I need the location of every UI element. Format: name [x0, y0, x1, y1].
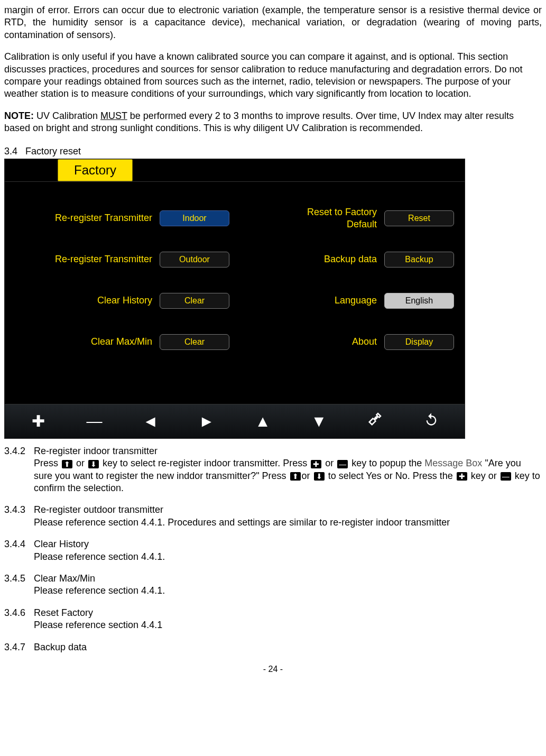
arrow-up-icon: ⬆	[290, 472, 301, 481]
section-title-text: Factory reset	[25, 146, 81, 156]
sub-num-342: 3.4.2	[4, 445, 34, 457]
row-about: About Display	[240, 321, 454, 363]
note-must: MUST	[100, 110, 127, 121]
note-label: NOTE:	[4, 110, 34, 121]
note-paragraph: NOTE: UV Calibration MUST be performed e…	[4, 110, 542, 135]
row-clear-history: Clear History Clear	[15, 280, 229, 321]
factory-left-column: Re-register Transmitter Indoor Re-regist…	[15, 198, 229, 388]
label-clear-history: Clear History	[97, 294, 152, 307]
sub-num-345: 3.4.5	[4, 573, 34, 585]
factory-tab[interactable]: Factory	[58, 159, 133, 181]
minus-icon: —	[501, 472, 511, 481]
label-backup: Backup data	[324, 253, 377, 265]
sub-title-342: Re-register indoor transmitter	[34, 446, 158, 456]
section-3-4-3: 3.4.3Re-register outdoor transmitter Ple…	[4, 504, 542, 529]
page-number: - 24 -	[4, 664, 542, 675]
t342-5: key to popup the	[349, 458, 424, 468]
section-3-4-heading: 3.4 Factory reset	[4, 145, 542, 158]
sub-num-347: 3.4.7	[4, 641, 34, 653]
label-language: Language	[335, 294, 377, 307]
arrow-up-icon[interactable]: ▲	[255, 411, 271, 431]
label-reset-factory: Reset to Factory Default	[307, 206, 377, 231]
button-clear-maxmin[interactable]: Clear	[160, 334, 229, 350]
t342-4: or	[322, 458, 336, 468]
sub-body-343: Please reference section 4.4.1. Procedur…	[34, 517, 542, 529]
sub-body-346: Please reference section 4.4.1	[34, 619, 542, 631]
arrow-left-icon[interactable]: ◄	[143, 411, 159, 431]
arrow-down-icon: ⬇	[314, 472, 325, 481]
wrench-icon[interactable]	[367, 411, 383, 431]
intro-p1: margin of error. Errors can occur due to…	[4, 4, 542, 41]
button-indoor[interactable]: Indoor	[160, 210, 229, 226]
section-3-4-5: 3.4.5Clear Max/Min Please reference sect…	[4, 573, 542, 597]
row-reregister-indoor: Re-register Transmitter Indoor	[15, 198, 229, 239]
row-clear-maxmin: Clear Max/Min Clear	[15, 321, 229, 363]
label-clear-maxmin: Clear Max/Min	[91, 336, 152, 348]
sub-body-344: Please reference section 4.4.1.	[34, 551, 542, 563]
message-box-label: Message Box	[424, 458, 482, 468]
section-3-4-4: 3.4.4Clear History Please reference sect…	[4, 538, 542, 563]
factory-right-column: Reset to Factory Default Reset Backup da…	[240, 198, 454, 388]
sub-body-342: Press ⬆ or ⬇ key to select re-register i…	[34, 457, 542, 494]
undo-icon[interactable]	[423, 411, 439, 431]
arrow-down-icon[interactable]: ▼	[311, 411, 327, 431]
factory-footer: ✚ — ◄ ► ▲ ▼	[5, 404, 465, 438]
sub-num-344: 3.4.4	[4, 538, 34, 550]
button-outdoor[interactable]: Outdoor	[160, 252, 229, 268]
sub-body-345: Please reference section 4.4.1.	[34, 585, 542, 597]
sub-title-345: Clear Max/Min	[34, 573, 95, 584]
sub-title-343: Re-register outdoor transmitter	[34, 504, 163, 515]
sub-num-343: 3.4.3	[4, 504, 34, 516]
arrow-up-icon: ⬆	[62, 460, 72, 468]
button-clear-history[interactable]: Clear	[160, 293, 229, 309]
label-reregister-outdoor: Re-register Transmitter	[55, 253, 152, 265]
section-num: 3.4	[4, 146, 17, 156]
button-about[interactable]: Display	[384, 334, 454, 350]
section-3-4-2: 3.4.2Re-register indoor transmitter Pres…	[4, 445, 542, 495]
plus-icon[interactable]: ✚	[30, 411, 46, 431]
factory-screen: Factory Re-register Transmitter Indoor R…	[4, 159, 465, 439]
section-3-4-7: 3.4.7Backup data	[4, 641, 542, 653]
sub-title-347: Backup data	[34, 642, 87, 652]
button-reset[interactable]: Reset	[384, 210, 454, 226]
arrow-down-icon: ⬇	[88, 460, 99, 468]
row-reset-factory: Reset to Factory Default Reset	[240, 198, 454, 239]
minus-icon[interactable]: —	[86, 411, 102, 431]
t342-7: or	[302, 471, 313, 481]
t342-9: key or	[468, 471, 499, 481]
t342-3: key to select re-register indoor transmi…	[100, 458, 310, 468]
plus-icon: ✚	[311, 460, 321, 468]
factory-header: Factory	[5, 159, 465, 182]
t342-8: to select Yes or No. Press the	[326, 471, 456, 481]
intro-p2: Calibration is only useful if you have a…	[4, 51, 542, 100]
t342-1: Press	[34, 458, 61, 468]
label-reregister-indoor: Re-register Transmitter	[55, 212, 152, 224]
arrow-right-icon[interactable]: ►	[199, 411, 215, 431]
label-about: About	[352, 336, 377, 348]
section-3-4-6: 3.4.6Reset Factory Please reference sect…	[4, 607, 542, 632]
row-language: Language English	[240, 280, 454, 321]
row-reregister-outdoor: Re-register Transmitter Outdoor	[15, 239, 229, 280]
sub-title-344: Clear History	[34, 539, 89, 549]
plus-icon: ✚	[457, 472, 467, 481]
sub-title-346: Reset Factory	[34, 607, 93, 618]
button-language[interactable]: English	[384, 293, 454, 309]
row-backup: Backup data Backup	[240, 239, 454, 280]
t342-2: or	[73, 458, 87, 468]
factory-body: Re-register Transmitter Indoor Re-regist…	[5, 182, 465, 404]
sub-num-346: 3.4.6	[4, 607, 34, 619]
note-pre: UV Calibration	[34, 110, 100, 121]
button-backup[interactable]: Backup	[384, 252, 454, 268]
minus-icon: —	[337, 460, 348, 468]
